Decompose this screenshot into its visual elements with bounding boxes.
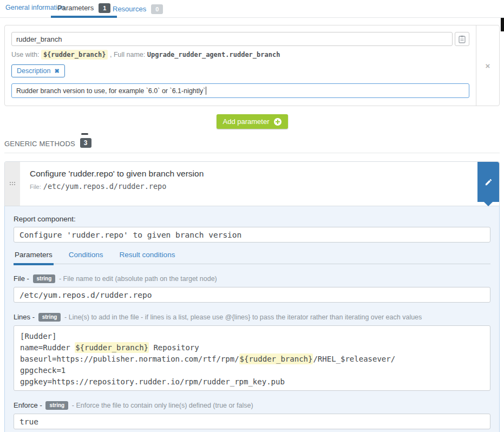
copy-parameter-button[interactable] xyxy=(455,32,469,46)
lines-field-label-row: Lines - string - Line(s) to add in the f… xyxy=(14,313,490,322)
enforce-type-badge: string xyxy=(45,401,68,410)
use-with-label: Use with: xyxy=(11,51,39,58)
enforce-field-description: - Enforce the file to contain only line(… xyxy=(72,402,253,409)
report-component-input[interactable] xyxy=(14,227,490,243)
tab-parameters-label: Parameters xyxy=(57,4,94,12)
file-field-label-row: File - string - File name to edit (absol… xyxy=(14,274,490,283)
generic-methods-title: GENERIC METHODS xyxy=(4,140,75,148)
full-name-label: , Full name: xyxy=(110,51,145,58)
method-tabs: Parameters Conditions Result conditions xyxy=(14,251,490,264)
enforce-field-label: Enforce - xyxy=(14,401,42,409)
variable-highlight: ${rudder_branch} xyxy=(239,354,313,364)
resources-count-badge: 0 xyxy=(151,4,163,14)
file-type-badge: string xyxy=(33,274,56,283)
add-parameter-row: Add parameter xyxy=(0,114,504,129)
tab-resources[interactable]: Resources 0 xyxy=(106,0,169,18)
parameter-card-main: Use with: ${rudder_branch} , Full name: … xyxy=(5,25,476,106)
method-tab-conditions[interactable]: Conditions xyxy=(68,251,104,265)
code-line: name=Rudder ${rudder_branch} Repository xyxy=(20,342,484,354)
generic-methods-count-badge: 3 xyxy=(80,138,91,148)
section-divider xyxy=(4,153,500,153)
variable-highlight: ${rudder_branch} xyxy=(75,342,149,353)
full-name-code: Upgrade_rudder_agent.rudder_branch xyxy=(147,51,280,58)
parameter-description-input[interactable]: Rudder branch version to use, for exampl… xyxy=(11,83,469,98)
method-file-label: File: xyxy=(30,184,41,190)
remove-parameter-button[interactable]: × xyxy=(476,25,499,106)
tab-resources-label: Resources xyxy=(113,5,146,13)
method-header-content: Configure 'rudder.repo' to given branch … xyxy=(20,162,213,206)
code-line: baseurl=https://publisher.normation.com/… xyxy=(20,354,484,365)
top-tab-bar: General information Parameters 1 Resourc… xyxy=(0,0,504,18)
scrollbar-thumb[interactable] xyxy=(501,18,504,31)
clipboard-icon xyxy=(459,35,466,43)
description-tag-label: Description xyxy=(17,67,51,75)
method-file-path: /etc/yum.repos.d/rudder.repo xyxy=(43,182,167,191)
method-tab-result-conditions[interactable]: Result conditions xyxy=(119,251,176,265)
close-icon: × xyxy=(486,61,490,70)
pencil-icon xyxy=(485,178,493,186)
parameter-card: Use with: ${rudder_branch} , Full name: … xyxy=(4,25,500,106)
lines-field-label: Lines - xyxy=(14,313,35,321)
method-header[interactable]: Configure 'rudder.repo' to given branch … xyxy=(4,161,500,206)
file-field-description: - File name to edit (absolute path on th… xyxy=(59,275,217,283)
code-line: gpgkey=https://repository.rudder.io/rpm/… xyxy=(20,376,484,388)
file-field-input[interactable] xyxy=(14,287,490,303)
use-with-code: ${rudder_branch} xyxy=(41,50,108,60)
edit-method-button[interactable] xyxy=(477,162,499,202)
method-tab-parameters[interactable]: Parameters xyxy=(14,251,54,265)
code-line: [Rudder] xyxy=(20,331,484,342)
add-parameter-label: Add parameter xyxy=(223,117,270,126)
generic-methods-heading: GENERIC METHODS 3 xyxy=(4,138,500,148)
enforce-field: Enforce - string - Enforce the file to c… xyxy=(14,401,490,429)
parameter-name-input[interactable] xyxy=(11,32,453,46)
lines-field-description: - Line(s) to add in the file - if lines … xyxy=(64,313,422,321)
drag-handle[interactable] xyxy=(5,162,20,206)
remove-description-icon[interactable]: ✖ xyxy=(55,68,60,75)
collapse-dash-icon xyxy=(81,133,88,135)
method-body: Report component: Parameters Conditions … xyxy=(4,206,500,432)
method-file-line: File:/etc/yum.repos.d/rudder.repo xyxy=(30,182,204,191)
lines-editor[interactable]: [Rudder] name=Rudder ${rudder_branch} Re… xyxy=(14,325,490,391)
method-card: Configure 'rudder.repo' to given branch … xyxy=(4,161,500,432)
enforce-field-label-row: Enforce - string - Enforce the file to c… xyxy=(14,401,490,410)
technique-editor-page: General information Parameters 1 Resourc… xyxy=(0,0,504,432)
add-parameter-button[interactable]: Add parameter xyxy=(217,114,288,129)
lines-field: Lines - string - Line(s) to add in the f… xyxy=(14,313,490,391)
file-field-label: File - xyxy=(14,274,29,283)
plus-circle-icon xyxy=(274,118,282,126)
method-title: Configure 'rudder.repo' to given branch … xyxy=(30,169,204,179)
drag-dots-icon xyxy=(10,182,16,186)
parameter-description-value: Rudder branch version to use, for exampl… xyxy=(16,87,205,95)
report-component-label: Report component: xyxy=(14,215,490,223)
text-caret xyxy=(206,87,206,95)
generic-methods-badge-wrap: 3 xyxy=(80,138,91,148)
code-line: gpgcheck=1 xyxy=(20,365,484,376)
enforce-field-input[interactable] xyxy=(14,414,490,429)
description-tag-button[interactable]: Description ✖ xyxy=(11,64,65,77)
lines-type-badge: string xyxy=(38,313,61,322)
file-field: File - string - File name to edit (absol… xyxy=(14,274,490,303)
parameter-usage-line: Use with: ${rudder_branch} , Full name: … xyxy=(11,51,469,58)
